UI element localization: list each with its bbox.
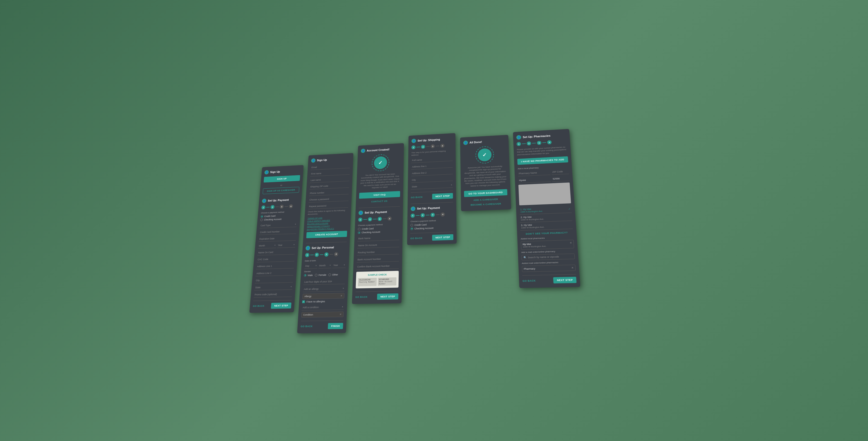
first-name-field[interactable]: First name <box>310 170 350 176</box>
last-name-field[interactable]: Last name <box>310 176 349 183</box>
pharma-back[interactable]: GO BACK <box>522 279 536 282</box>
year-select[interactable]: Year ▾ <box>277 242 296 248</box>
credit-card-option-2[interactable]: Credit Card <box>358 227 399 230</box>
condition-select[interactable]: Add a condition ▾ <box>302 304 344 311</box>
city-field[interactable]: City <box>255 277 293 283</box>
credit-card-option[interactable]: Credit Card <box>260 214 297 218</box>
next-step-button[interactable]: NEXT STEP <box>271 303 291 309</box>
no-see-pharmacy-button[interactable]: DON'T SEE YOUR PHARMACY? <box>521 230 574 237</box>
bank-name-field[interactable]: Bank Name <box>358 235 399 241</box>
address2-field[interactable]: Address Line 2 <box>255 270 293 276</box>
pharma-next[interactable]: NEXT STEP <box>553 277 577 283</box>
zip-field[interactable]: Shipping ZIP code <box>309 182 349 190</box>
allergy-select[interactable]: Add an allergy ▾ <box>303 286 345 292</box>
added-pharmacy-address: 1300 W Burlington Ave. <box>523 245 546 248</box>
repeat-password-field[interactable]: Repeat password <box>308 202 348 209</box>
ph-step-4: 4 <box>547 140 552 144</box>
female-option[interactable]: Female <box>315 274 327 277</box>
visit-faq-button[interactable]: VISIT FAQ <box>359 191 400 199</box>
checking-option-2[interactable]: Checking Account <box>358 230 399 234</box>
checking-right[interactable]: Checking Account <box>410 226 453 230</box>
added-pharmacy-remove[interactable]: ✕ <box>569 241 572 244</box>
male-option[interactable]: Male <box>304 274 313 277</box>
name-on-card-field[interactable]: Name On Card <box>257 249 295 256</box>
go-back-button[interactable]: GO BACK <box>253 304 265 307</box>
step-1: 1 <box>261 205 266 209</box>
mail-pharmacy-remove[interactable]: ✕ <box>571 266 574 269</box>
shipping-city[interactable]: City <box>411 176 453 183</box>
checking-radio[interactable] <box>260 218 263 221</box>
email-field[interactable]: Email <box>310 163 350 170</box>
personal-go-back[interactable]: GO BACK <box>301 325 313 328</box>
shipping-back[interactable]: GO BACK <box>411 196 423 199</box>
shipping-address1[interactable]: Address line 1 <box>411 162 453 170</box>
phone-field[interactable]: Phone number <box>309 189 349 196</box>
cc-radio-2[interactable] <box>358 228 361 230</box>
payment-check-back[interactable]: GO BACK <box>355 296 368 299</box>
state-arrow: ▾ <box>290 286 292 288</box>
day-select[interactable]: Day ▾ <box>304 263 317 269</box>
personal-year-arrow: ▾ <box>344 264 345 266</box>
month-select[interactable]: Month ▾ <box>258 243 276 249</box>
signup-caregiver-button[interactable]: SIGN UP AS CAREGIVER <box>262 187 300 194</box>
promo-field[interactable]: Promo code (optional) <box>253 291 292 298</box>
card-shipping-payment: 👤 Set Up: Shipping 1 2 3 4 This step is … <box>407 133 457 245</box>
added-local-label: Added local pharmacies <box>521 236 574 240</box>
s-line-1 <box>416 147 420 147</box>
pharmacy-item-3[interactable]: 3. Hy-Vee 1300 W Burlington Ave. <box>520 221 573 231</box>
other-option[interactable]: Other <box>328 273 338 276</box>
card-signup-simple: 👤 Sign Up SIGN UP or SIGN UP AS CAREGIVE… <box>249 165 304 313</box>
name-on-account-field[interactable]: Name On Account <box>357 242 399 248</box>
payment-right-back[interactable]: GO BACK <box>410 237 423 240</box>
male-radio[interactable] <box>304 274 306 277</box>
other-radio[interactable] <box>328 273 331 276</box>
personal-year-select[interactable]: Year ▾ <box>333 262 346 268</box>
shipping-address2[interactable]: Address line 2 <box>411 169 453 176</box>
ph-line-3 <box>542 142 546 143</box>
credit-card-label: Credit Card <box>264 214 276 217</box>
payment-check-next[interactable]: NEXT STEP <box>377 294 398 300</box>
mail-label: Add a mail order/online pharmacy <box>521 250 575 254</box>
payment-right-next[interactable]: NEXT STEP <box>432 234 454 241</box>
female-radio[interactable] <box>315 274 317 276</box>
card-type-select[interactable]: Card Type ▾ <box>260 222 297 228</box>
card-number-field[interactable]: Credit Card Number <box>259 229 297 235</box>
s-step-2: 2 <box>421 145 425 149</box>
zip-code-field[interactable]: ZIP Code <box>551 169 569 175</box>
ss-field[interactable]: Last four digits of your SS# <box>303 278 345 285</box>
contact-us-button[interactable]: CONTACT US <box>359 198 400 204</box>
routing-field[interactable]: Routing Number <box>357 249 399 256</box>
cvc-field[interactable]: CVC Code <box>257 256 294 262</box>
signup-button[interactable]: SIGN UP <box>264 175 300 183</box>
cc-right-radio[interactable] <box>411 224 413 227</box>
checking-radio-2[interactable] <box>358 232 361 234</box>
shipping-next[interactable]: NEXT STEP <box>432 193 453 199</box>
personal-month-select[interactable]: Month ▾ <box>318 263 332 269</box>
checking-right-radio[interactable] <box>410 228 413 230</box>
shipping-state-select[interactable]: State ▾ <box>411 182 453 190</box>
no-pharmacy-button[interactable]: I HAVE NO PHARMACIES TO ADD <box>517 157 568 165</box>
address1-field[interactable]: Address Line 1 <box>256 263 294 269</box>
password-field[interactable]: Choose a password <box>309 196 349 203</box>
dashboard-button[interactable]: GO TO YOUR DASHBOARD <box>464 189 507 197</box>
no-allergies-checkbox[interactable]: ✓ <box>302 300 305 303</box>
personal-finish[interactable]: FINISH <box>328 323 343 329</box>
all-done-title: All Done! <box>469 140 482 144</box>
personal-month-label: Month <box>319 264 326 267</box>
allergy-remove-icon[interactable]: ✕ <box>340 294 342 297</box>
payment-right-nav: GO BACK NEXT STEP <box>410 232 453 241</box>
allergy-tag: Allergy ✕ <box>302 293 345 299</box>
create-account-button[interactable]: CREATE ACCOUNT <box>306 231 347 238</box>
state-select[interactable]: State ▾ <box>254 284 293 291</box>
checking-option[interactable]: Checking Account <box>260 217 297 221</box>
account-number-field[interactable]: Bank Account Number <box>356 256 399 263</box>
pharmacy-name-field[interactable]: Pharmacy Name <box>518 170 551 176</box>
shipping-state-arrow: ▾ <box>451 184 452 186</box>
condition-remove-icon[interactable]: ✕ <box>339 313 342 315</box>
full-name-field[interactable]: Full name <box>411 156 453 163</box>
search-placeholder[interactable]: Search by name or zipcode <box>528 256 559 259</box>
bottom-nav: GO BACK NEXT STEP <box>253 300 292 309</box>
cc-right[interactable]: Credit Card <box>411 223 453 227</box>
credit-card-radio[interactable] <box>260 215 263 217</box>
confirm-account-field[interactable]: Confirm Bank Account Number <box>356 263 399 270</box>
